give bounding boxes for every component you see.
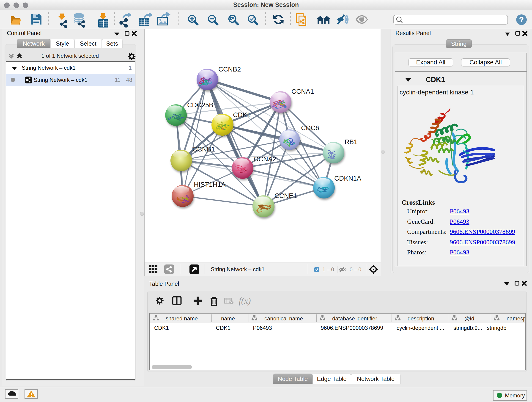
svg-text:CCNB1: CCNB1 [192, 146, 215, 153]
svg-text:CDKN1A: CDKN1A [334, 175, 361, 182]
svg-text:CDC6: CDC6 [301, 124, 319, 132]
svg-text:CCNB2: CCNB2 [218, 65, 241, 73]
svg-text:CCNA2: CCNA2 [254, 155, 276, 163]
svg-text:CCNE1: CCNE1 [274, 192, 297, 199]
svg-text:RB1: RB1 [345, 138, 357, 146]
svg-text:f(x): f(x) [239, 296, 251, 306]
svg-text:?: ? [519, 15, 524, 24]
svg-text:CDC25B: CDC25B [187, 101, 213, 109]
svg-text:HIST1H1A: HIST1H1A [194, 181, 226, 188]
svg-text:String Network – cdk1: String Network – cdk1 [211, 266, 265, 272]
svg-text:CDK1: CDK1 [233, 111, 251, 119]
svg-text:CCNA1: CCNA1 [291, 88, 314, 95]
svg-text:1 – 0: 1 – 0 [322, 267, 334, 273]
svg-text:0 – 0: 0 – 0 [350, 267, 361, 273]
